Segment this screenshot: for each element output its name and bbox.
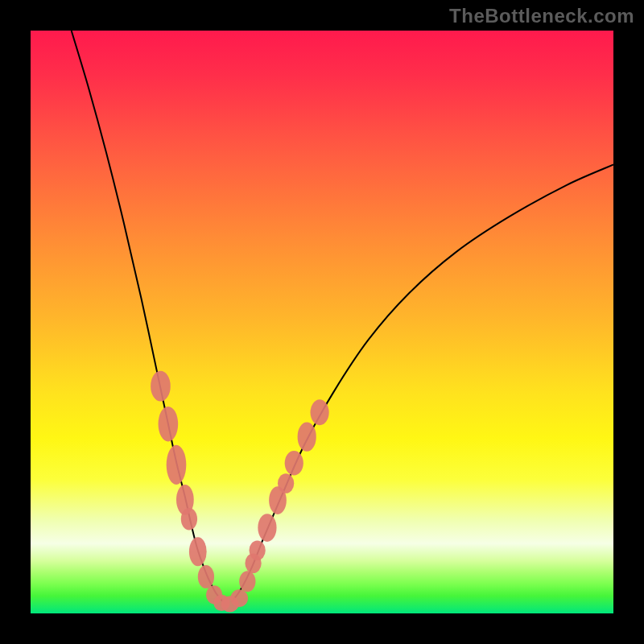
data-marker xyxy=(198,565,214,588)
data-marker xyxy=(159,407,179,441)
data-marker xyxy=(151,371,171,402)
outer-frame: TheBottleneck.com xyxy=(0,0,644,644)
data-marker xyxy=(230,589,248,607)
data-marker xyxy=(285,451,303,475)
plot-area xyxy=(31,31,613,613)
chart-svg xyxy=(31,31,613,613)
marker-group xyxy=(151,371,329,613)
curve-right-branch xyxy=(232,165,613,602)
data-marker xyxy=(167,445,187,485)
data-marker xyxy=(189,537,207,566)
data-marker xyxy=(250,541,266,561)
data-marker xyxy=(278,473,294,493)
data-marker xyxy=(311,399,329,425)
watermark-text: TheBottleneck.com xyxy=(449,5,634,27)
data-marker xyxy=(298,423,316,452)
data-marker xyxy=(181,508,197,530)
curve-left-branch xyxy=(72,31,223,602)
data-marker xyxy=(258,514,276,542)
data-marker xyxy=(239,571,255,592)
